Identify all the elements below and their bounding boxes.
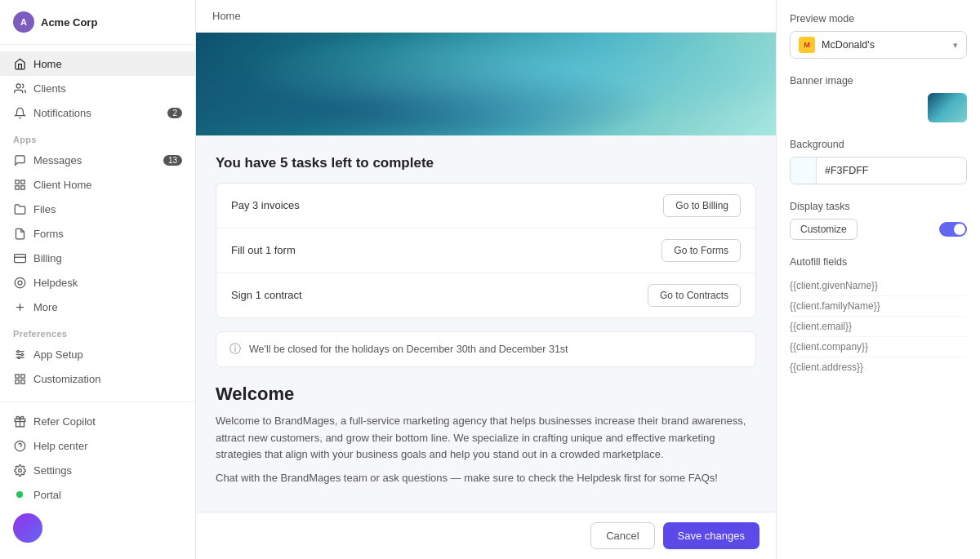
svg-point-16 bbox=[18, 357, 20, 359]
info-icon: ⓘ bbox=[229, 342, 241, 357]
sidebar-item-notifications[interactable]: Notifications 2 bbox=[0, 100, 195, 125]
tasks-container: Pay 3 invoices Go to Billing Fill out 1 … bbox=[216, 183, 756, 318]
plus-icon bbox=[13, 300, 26, 313]
right-panel: Preview mode M McDonald's ▾ Banner image… bbox=[776, 0, 980, 559]
save-button[interactable]: Save changes bbox=[663, 522, 760, 549]
sidebar-item-refer[interactable]: Refer Copilot bbox=[0, 409, 195, 433]
svg-rect-20 bbox=[20, 379, 24, 383]
display-tasks-toggle[interactable] bbox=[939, 222, 967, 237]
sidebar-label-files: Files bbox=[33, 203, 182, 215]
sidebar-label-notifications: Notifications bbox=[33, 107, 160, 119]
sidebar-label-messages: Messages bbox=[33, 154, 156, 166]
task-row-contracts: Sign 1 contract Go to Contracts bbox=[216, 273, 755, 317]
cancel-button[interactable]: Cancel bbox=[590, 522, 654, 549]
sidebar-label-client-home: Client Home bbox=[33, 179, 182, 191]
sidebar-label-portal: Portal bbox=[33, 489, 182, 501]
preview-mode-label: Preview mode bbox=[790, 13, 967, 24]
background-label: Background bbox=[790, 139, 967, 150]
footer: Cancel Save changes bbox=[196, 512, 776, 559]
settings-icon bbox=[13, 464, 26, 477]
portal-icon bbox=[13, 488, 26, 501]
sliders-icon bbox=[13, 348, 26, 361]
autofill-label: Autofill fields bbox=[790, 256, 967, 268]
page-content: You have 5 tasks left to complete Pay 3 … bbox=[196, 135, 776, 559]
svg-rect-18 bbox=[20, 374, 24, 377]
banner-image-row: Banner image bbox=[790, 75, 967, 122]
sidebar-label-customization: Customization bbox=[33, 373, 182, 385]
sidebar-item-clients[interactable]: Clients bbox=[0, 76, 195, 100]
user-avatar[interactable] bbox=[13, 513, 42, 543]
sidebar-item-settings[interactable]: Settings bbox=[0, 458, 195, 482]
svg-rect-17 bbox=[15, 374, 18, 377]
sidebar-item-billing[interactable]: Billing bbox=[0, 246, 195, 270]
banner-overlay bbox=[196, 33, 776, 135]
task-btn-contracts[interactable]: Go to Contracts bbox=[648, 284, 741, 307]
gift-icon bbox=[13, 415, 26, 428]
section-apps: Apps bbox=[0, 125, 195, 148]
svg-rect-2 bbox=[20, 180, 24, 183]
customization-icon bbox=[13, 372, 26, 385]
preview-mode-select[interactable]: M McDonald's ▾ bbox=[790, 31, 967, 59]
background-swatch bbox=[791, 157, 817, 184]
sidebar-label-forms: Forms bbox=[33, 228, 182, 240]
sidebar-item-files[interactable]: Files bbox=[0, 197, 195, 221]
display-tasks-row: Display tasks Customize bbox=[790, 201, 967, 240]
sidebar-item-help[interactable]: Help center bbox=[0, 433, 195, 458]
preview-mode-value: McDonald's bbox=[822, 39, 875, 51]
background-row: Background #F3FDFF bbox=[790, 139, 967, 184]
sidebar-item-home[interactable]: Home bbox=[0, 51, 195, 76]
main-content: Home You have 5 tasks left to complete P… bbox=[196, 0, 776, 559]
folder-icon bbox=[13, 202, 26, 215]
sidebar-label-help: Help center bbox=[33, 440, 182, 452]
sidebar-item-forms[interactable]: Forms bbox=[0, 221, 195, 246]
svg-rect-3 bbox=[15, 185, 18, 189]
users-icon bbox=[13, 82, 26, 95]
autofill-item-email: {{client.email}} bbox=[790, 317, 967, 337]
content-area: You have 5 tasks left to complete Pay 3 … bbox=[196, 33, 776, 559]
autofill-item-family-name: {{client.familyName}} bbox=[790, 296, 967, 317]
autofill-item-address: {{client.address}} bbox=[790, 357, 967, 377]
notifications-badge: 2 bbox=[167, 108, 182, 118]
display-tasks-controls: Customize bbox=[790, 219, 967, 240]
autofill-item-company: {{client.company}} bbox=[790, 337, 967, 357]
grid-icon bbox=[13, 178, 26, 191]
message-icon bbox=[13, 153, 26, 166]
file-icon bbox=[13, 227, 26, 240]
display-tasks-label: Display tasks bbox=[790, 201, 967, 212]
background-input[interactable]: #F3FDFF bbox=[790, 157, 967, 184]
help-icon bbox=[13, 439, 26, 452]
section-preferences: Preferences bbox=[0, 319, 195, 342]
svg-point-15 bbox=[20, 353, 23, 356]
sidebar-item-helpdesk[interactable]: Helpdesk bbox=[0, 270, 195, 295]
sidebar-item-customization[interactable]: Customization bbox=[0, 366, 195, 391]
task-label-contracts: Sign 1 contract bbox=[231, 289, 302, 301]
sidebar-item-client-home[interactable]: Client Home bbox=[0, 172, 195, 197]
chevron-down-icon: ▾ bbox=[953, 40, 958, 51]
sidebar-item-more[interactable]: More bbox=[0, 295, 195, 319]
topbar: Home bbox=[196, 0, 776, 33]
brand-icon: A bbox=[13, 11, 34, 33]
sidebar-item-app-setup[interactable]: App Setup bbox=[0, 342, 195, 366]
banner-image bbox=[196, 33, 776, 135]
autofill-item-given-name: {{client.givenName}} bbox=[790, 276, 967, 296]
task-btn-forms[interactable]: Go to Forms bbox=[662, 239, 741, 262]
customize-button[interactable]: Customize bbox=[790, 219, 858, 240]
banner-image-label: Banner image bbox=[790, 75, 967, 87]
sidebar-label-home: Home bbox=[33, 58, 182, 70]
welcome-title: Welcome bbox=[216, 384, 756, 405]
sidebar-label-more: More bbox=[33, 301, 182, 313]
helpdesk-icon bbox=[13, 276, 26, 289]
svg-rect-4 bbox=[20, 185, 24, 189]
banner-thumb-img bbox=[928, 93, 967, 122]
sidebar-label-refer: Refer Copilot bbox=[33, 415, 182, 428]
sidebar-item-portal[interactable]: Portal bbox=[0, 482, 195, 507]
welcome-paragraph-1: Welcome to BrandMages, a full-service ma… bbox=[216, 413, 756, 464]
banner-thumbnail[interactable] bbox=[928, 93, 967, 122]
sidebar-item-messages[interactable]: Messages 13 bbox=[0, 148, 195, 172]
sidebar-label-app-setup: App Setup bbox=[33, 348, 182, 361]
task-btn-billing[interactable]: Go to Billing bbox=[663, 194, 741, 217]
notice-box: ⓘ We'll be closed for the holidays on De… bbox=[216, 331, 756, 367]
background-value: #F3FDFF bbox=[817, 165, 876, 176]
sidebar: A Acme Corp Home Clients Notifications 2… bbox=[0, 0, 196, 559]
brand-header: A Acme Corp bbox=[0, 0, 195, 45]
